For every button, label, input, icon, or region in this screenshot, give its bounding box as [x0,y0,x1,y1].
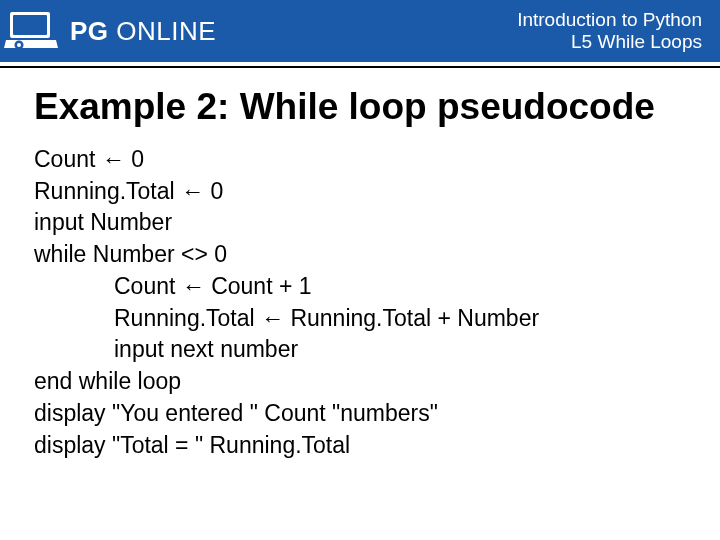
brand-prefix: PG [70,16,109,46]
slide-content: Example 2: While loop pseudocode Count ←… [0,68,720,461]
code-line: Count ← 0 [34,144,686,176]
code-line: Running.Total ← 0 [34,176,686,208]
code-line: while Number <> 0 [34,239,686,271]
pseudocode-block: Count ← 0 Running.Total ← 0 input Number… [34,144,686,461]
course-title: Introduction to Python [517,9,702,31]
slide-title: Example 2: While loop pseudocode [34,86,686,128]
code-line: input Number [34,207,686,239]
svg-rect-1 [13,15,47,35]
laptop-icon [2,8,60,54]
lesson-title: L5 While Loops [517,31,702,53]
brand-text: PG ONLINE [70,16,216,47]
code-line: end while loop [34,366,686,398]
brand-suffix: ONLINE [109,16,217,46]
code-line: display "Total = " Running.Total [34,430,686,462]
code-line: display "You entered " Count "numbers" [34,398,686,430]
svg-point-3 [17,43,21,47]
code-line: Count ← Count + 1 [34,271,686,303]
header-titles: Introduction to Python L5 While Loops [517,9,702,53]
brand-logo: PG ONLINE [0,8,216,54]
code-line: input next number [34,334,686,366]
slide-header: PG ONLINE Introduction to Python L5 Whil… [0,0,720,62]
code-line: Running.Total ← Running.Total + Number [34,303,686,335]
